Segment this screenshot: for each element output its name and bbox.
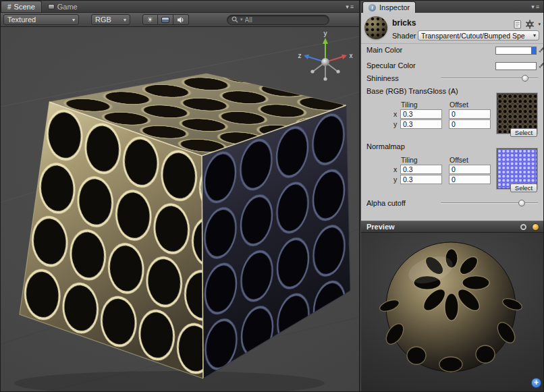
inspector-tabstrip: i Inspector ▾≡ xyxy=(361,1,544,13)
normal-tiling-x-input[interactable] xyxy=(400,165,442,174)
eyedropper-icon[interactable] xyxy=(538,46,544,55)
shader-label: Shader xyxy=(392,32,416,40)
inspector-pane: i Inspector ▾≡ bricks Shader Transparent… xyxy=(361,1,544,392)
alpha-cutoff-label: Alpha cutoff xyxy=(366,199,406,207)
material-header-icons: ▾ xyxy=(514,20,541,29)
material-sphere-icon xyxy=(364,16,387,39)
tab-game-label: Game xyxy=(57,3,78,11)
normal-tiling-y-input[interactable] xyxy=(400,175,442,184)
bricks-cube-object[interactable] xyxy=(20,74,350,379)
tab-game[interactable]: Game xyxy=(42,1,84,12)
base-offset-x-input[interactable] xyxy=(449,109,491,119)
preview-light-toggle-icon[interactable] xyxy=(520,224,526,230)
preview-options-icon[interactable] xyxy=(532,223,539,231)
menu-icon: ≡ xyxy=(536,3,541,10)
tab-scene-label: Scene xyxy=(14,3,35,11)
audio-toggle-button[interactable] xyxy=(173,14,189,25)
base-tiling-x-input[interactable] xyxy=(400,109,442,119)
scene-panel-menu-button[interactable]: ▾≡ xyxy=(342,3,359,10)
normal-offset-y-input[interactable] xyxy=(449,175,491,184)
normalmap-thumbnail[interactable] xyxy=(497,148,537,189)
preview-header[interactable]: Preview xyxy=(361,221,544,233)
gear-icon[interactable] xyxy=(525,20,535,29)
scene-toggle-group: ☀ xyxy=(142,14,189,25)
image-icon xyxy=(161,17,169,23)
shininess-slider[interactable] xyxy=(441,74,538,82)
normal-y-label: y xyxy=(393,175,397,184)
normal-x-label: x xyxy=(393,165,397,173)
material-header: bricks Shader Transparent/Cutout/Bumped … xyxy=(361,13,544,44)
chevron-down-icon: ▾ xyxy=(72,17,75,23)
normal-offset-x-input[interactable] xyxy=(449,165,491,174)
search-input[interactable] xyxy=(245,16,325,24)
search-filter-arrow-icon[interactable]: ▾ xyxy=(240,17,243,22)
base-tiling-header: Tiling xyxy=(401,101,418,109)
help-doc-icon[interactable] xyxy=(514,20,522,29)
alpha-cutoff-slider[interactable] xyxy=(441,199,538,207)
menu-icon: ≡ xyxy=(350,3,355,10)
lighting-toggle-button[interactable]: ☀ xyxy=(142,14,158,25)
normalmap-label: Normalmap xyxy=(366,142,405,150)
base-x-label: x xyxy=(393,110,397,118)
sun-icon: ☀ xyxy=(147,16,154,24)
scene-pane: # Scene Game ▾≡ Textured ▾ RGB ▾ ☀ xyxy=(1,1,359,392)
base-tiling-y-input[interactable] xyxy=(400,119,442,129)
scene-toolbar: Textured ▾ RGB ▾ ☀ xyxy=(1,13,359,27)
base-y-label: y xyxy=(393,120,397,128)
base-map-label: Base (RGB) TransGloss (A) xyxy=(366,87,458,95)
chevron-down-icon: ▾ xyxy=(124,17,126,23)
shader-dropdown[interactable]: Transparent/Cutout/Bumped Spe ▾ xyxy=(418,30,539,40)
draw-mode-label: Textured xyxy=(7,16,36,24)
gizmo-z-label: z xyxy=(298,52,302,59)
eyedropper-icon[interactable] xyxy=(538,61,544,70)
gizmo-y-label: y xyxy=(324,30,327,37)
gizmo-negative-axis-handle[interactable] xyxy=(323,77,327,80)
game-icon xyxy=(48,4,55,9)
inspector-panel-menu-button[interactable]: ▾≡ xyxy=(527,3,544,10)
cube-shadow xyxy=(14,371,325,392)
alpha-cutoff-slider-knob[interactable] xyxy=(518,200,525,206)
gizmo-negative-axis-handle[interactable] xyxy=(310,69,314,73)
base-texture-thumbnail[interactable] xyxy=(497,93,537,134)
normalmap-select-button[interactable]: Select xyxy=(510,184,537,192)
orientation-gizmo[interactable]: y x z xyxy=(296,30,355,89)
main-color-swatch[interactable] xyxy=(495,47,537,55)
unity-editor-window: # Scene Game ▾≡ Textured ▾ RGB ▾ ☀ xyxy=(0,0,544,392)
gear-menu-arrow-icon[interactable]: ▾ xyxy=(538,22,541,27)
scene-tabstrip: # Scene Game ▾≡ xyxy=(1,1,359,13)
search-box[interactable]: ▾ xyxy=(227,15,329,25)
scene-viewport[interactable]: y x z xyxy=(1,27,359,392)
render-mode-dropdown[interactable]: RGB ▾ xyxy=(91,14,130,25)
base-offset-header: Offset xyxy=(450,101,468,109)
search-icon xyxy=(232,16,238,23)
specular-color-label: Specular Color xyxy=(366,61,416,69)
material-name: bricks xyxy=(392,18,416,28)
inspector-icon: i xyxy=(369,4,376,11)
color-picker-accent xyxy=(531,47,536,54)
add-button[interactable]: + xyxy=(531,378,541,388)
draw-mode-dropdown[interactable]: Textured ▾ xyxy=(3,14,79,25)
skybox-fx-toggle-button[interactable] xyxy=(158,14,173,25)
speaker-icon xyxy=(177,16,185,24)
shininess-slider-knob[interactable] xyxy=(522,75,528,82)
scene-grid-icon: # xyxy=(7,3,11,11)
gizmo-x-label: x xyxy=(350,52,353,59)
chevron-down-icon: ▾ xyxy=(533,32,536,38)
normal-offset-header: Offset xyxy=(450,156,468,164)
tab-scene[interactable]: # Scene xyxy=(1,1,42,12)
preview-title: Preview xyxy=(366,223,395,231)
tab-inspector[interactable]: i Inspector xyxy=(362,1,416,13)
shininess-label: Shininess xyxy=(366,74,399,82)
base-texture-select-button[interactable]: Select xyxy=(510,128,537,137)
material-preview-sphere[interactable] xyxy=(361,233,544,392)
specular-color-swatch[interactable] xyxy=(495,62,537,70)
shader-value: Transparent/Cutout/Bumped Spe xyxy=(421,32,531,40)
normal-tiling-header: Tiling xyxy=(401,156,418,164)
render-mode-label: RGB xyxy=(95,16,111,24)
gizmo-center-handle[interactable] xyxy=(321,58,329,66)
base-offset-y-input[interactable] xyxy=(449,119,491,129)
gizmo-negative-axis-handle[interactable] xyxy=(336,69,339,73)
main-color-label: Main Color xyxy=(366,46,402,54)
tab-inspector-label: Inspector xyxy=(379,3,410,11)
preview-body: + xyxy=(361,233,544,392)
